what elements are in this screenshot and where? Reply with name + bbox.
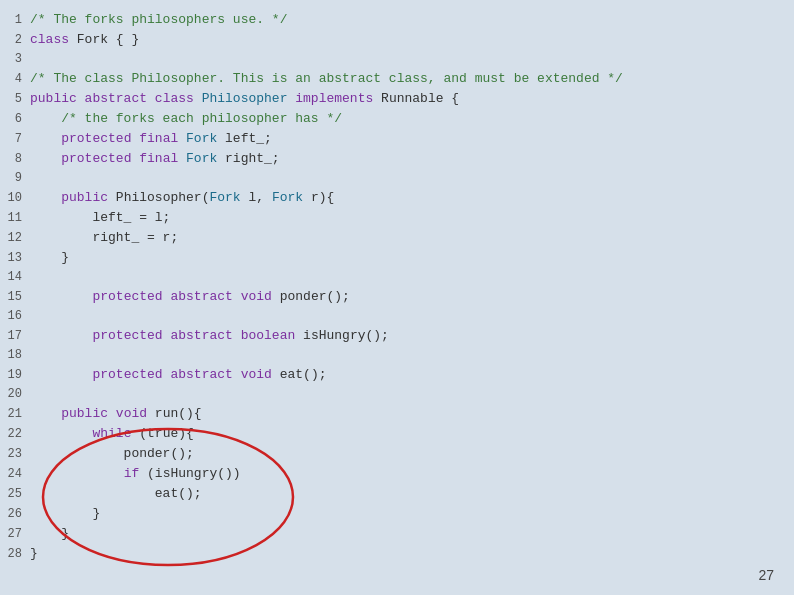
line-number: 16 xyxy=(0,307,30,326)
code-line: 20 xyxy=(0,385,794,404)
line-number: 22 xyxy=(0,425,30,444)
line-code: protected final Fork left_; xyxy=(30,129,794,148)
line-code: ponder(); xyxy=(30,444,794,463)
line-number: 24 xyxy=(0,465,30,484)
code-line: 9 xyxy=(0,169,794,188)
code-line: 21 public void run(){ xyxy=(0,404,794,424)
line-number: 12 xyxy=(0,229,30,248)
line-code: } xyxy=(30,248,794,267)
line-number: 25 xyxy=(0,485,30,504)
line-code: protected final Fork right_; xyxy=(30,149,794,168)
code-line: 27 } xyxy=(0,524,794,544)
line-code: class Fork { } xyxy=(30,30,794,49)
line-number: 13 xyxy=(0,249,30,268)
code-line: 22 while (true){ xyxy=(0,424,794,444)
line-number: 7 xyxy=(0,130,30,149)
line-number: 14 xyxy=(0,268,30,287)
code-line: 11 left_ = l; xyxy=(0,208,794,228)
line-code: protected abstract void ponder(); xyxy=(30,287,794,306)
line-number: 18 xyxy=(0,346,30,365)
line-code: protected abstract boolean isHungry(); xyxy=(30,326,794,345)
line-code: public abstract class Philosopher implem… xyxy=(30,89,794,108)
code-line: 15 protected abstract void ponder(); xyxy=(0,287,794,307)
line-code: } xyxy=(30,504,794,523)
line-code: /* the forks each philosopher has */ xyxy=(30,109,794,128)
line-number: 19 xyxy=(0,366,30,385)
line-code: left_ = l; xyxy=(30,208,794,227)
line-number: 27 xyxy=(0,525,30,544)
code-line: 5public abstract class Philosopher imple… xyxy=(0,89,794,109)
code-line: 4/* The class Philosopher. This is an ab… xyxy=(0,69,794,89)
line-number: 20 xyxy=(0,385,30,404)
slide-number: 27 xyxy=(758,567,774,583)
line-code: /* The forks philosophers use. */ xyxy=(30,10,794,29)
code-line: 10 public Philosopher(Fork l, Fork r){ xyxy=(0,188,794,208)
line-number: 17 xyxy=(0,327,30,346)
code-line: 12 right_ = r; xyxy=(0,228,794,248)
code-line: 26 } xyxy=(0,504,794,524)
code-line: 6 /* the forks each philosopher has */ xyxy=(0,109,794,129)
line-number: 1 xyxy=(0,11,30,30)
code-line: 17 protected abstract boolean isHungry()… xyxy=(0,326,794,346)
line-number: 6 xyxy=(0,110,30,129)
line-number: 4 xyxy=(0,70,30,89)
code-line: 2class Fork { } xyxy=(0,30,794,50)
line-number: 9 xyxy=(0,169,30,188)
line-number: 5 xyxy=(0,90,30,109)
code-line: 3 xyxy=(0,50,794,69)
code-line: 23 ponder(); xyxy=(0,444,794,464)
line-number: 26 xyxy=(0,505,30,524)
code-line: 24 if (isHungry()) xyxy=(0,464,794,484)
code-line: 13 } xyxy=(0,248,794,268)
code-line: 25 eat(); xyxy=(0,484,794,504)
line-code: /* The class Philosopher. This is an abs… xyxy=(30,69,794,88)
line-number: 11 xyxy=(0,209,30,228)
line-number: 3 xyxy=(0,50,30,69)
line-code: eat(); xyxy=(30,484,794,503)
line-code: if (isHungry()) xyxy=(30,464,794,483)
code-line: 14 xyxy=(0,268,794,287)
line-number: 21 xyxy=(0,405,30,424)
code-line: 18 xyxy=(0,346,794,365)
line-code: right_ = r; xyxy=(30,228,794,247)
code-line: 7 protected final Fork left_; xyxy=(0,129,794,149)
code-line: 28} xyxy=(0,544,794,564)
line-code: protected abstract void eat(); xyxy=(30,365,794,384)
line-number: 28 xyxy=(0,545,30,564)
line-number: 23 xyxy=(0,445,30,464)
line-number: 10 xyxy=(0,189,30,208)
line-code: } xyxy=(30,544,794,563)
code-container: 1/* The forks philosophers use. */2class… xyxy=(0,0,794,574)
line-code: public Philosopher(Fork l, Fork r){ xyxy=(30,188,794,207)
line-code: while (true){ xyxy=(30,424,794,443)
code-line: 1/* The forks philosophers use. */ xyxy=(0,10,794,30)
line-number: 8 xyxy=(0,150,30,169)
line-code: public void run(){ xyxy=(30,404,794,423)
line-number: 15 xyxy=(0,288,30,307)
code-line: 19 protected abstract void eat(); xyxy=(0,365,794,385)
code-line: 8 protected final Fork right_; xyxy=(0,149,794,169)
line-code: } xyxy=(30,524,794,543)
code-line: 16 xyxy=(0,307,794,326)
line-number: 2 xyxy=(0,31,30,50)
